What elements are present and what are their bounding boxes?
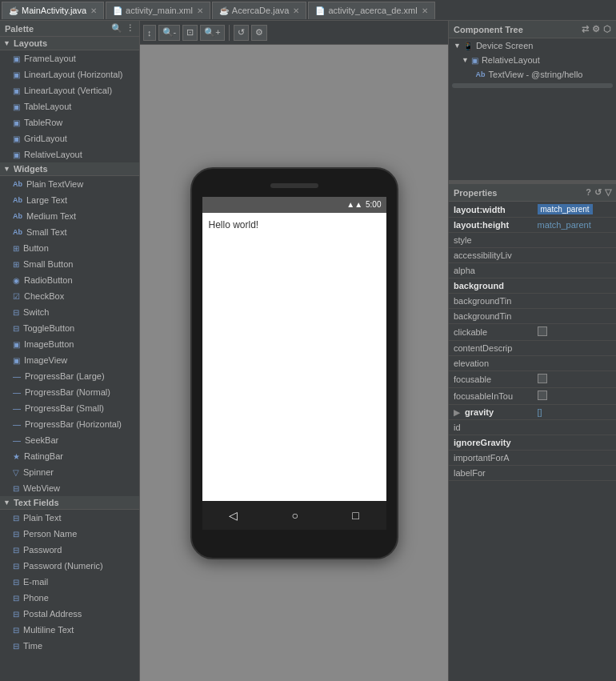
prop-value[interactable]: [] <box>533 405 617 420</box>
tab-main-activity[interactable]: ☕ MainActivity.java ✕ <box>2 2 104 19</box>
list-item[interactable]: ⊟ Password <box>0 542 139 558</box>
tree-item-device-screen[interactable]: ▼ 📱 Device Screen <box>449 38 616 53</box>
list-item[interactable]: ☑ CheckBox <box>0 288 139 304</box>
list-item[interactable]: ▽ Spinner <box>0 464 139 480</box>
checkbox-icon[interactable] <box>538 326 547 336</box>
list-item[interactable]: ▣ FrameLayout <box>0 50 139 66</box>
list-item[interactable]: ▣ TableLayout <box>0 98 139 114</box>
list-item[interactable]: ⊟ Time <box>0 638 139 654</box>
list-item[interactable]: — ProgressBar (Large) <box>0 368 139 384</box>
close-icon[interactable]: ✕ <box>90 6 97 15</box>
list-item[interactable]: Ab Medium Text <box>0 208 139 224</box>
filter-icon[interactable]: ▽ <box>605 187 611 198</box>
prop-value[interactable] <box>533 435 617 451</box>
table-row: ▶ gravity [] <box>449 405 616 420</box>
list-item[interactable]: ▣ ImageButton <box>0 336 139 352</box>
list-item[interactable]: ◉ RadioButton <box>0 272 139 288</box>
zoom-out-button[interactable]: 🔍- <box>158 25 181 41</box>
widgets-section-header[interactable]: ▼ Widgets <box>0 162 139 176</box>
prop-value[interactable] <box>533 278 617 294</box>
list-item[interactable]: ⊟ Postal Address <box>0 606 139 622</box>
list-item[interactable]: ▣ ImageView <box>0 352 139 368</box>
home-button[interactable]: ○ <box>292 509 298 522</box>
prop-value[interactable] <box>533 388 617 405</box>
prop-value-badge: match_parent <box>538 204 593 214</box>
tab-activity-main[interactable]: 📄 activity_main.xml ✕ <box>106 2 210 19</box>
recent-apps-button[interactable]: □ <box>352 509 358 522</box>
tree-item-relative-layout[interactable]: ▼ ▣ RelativeLayout <box>449 53 616 67</box>
refresh-button[interactable]: ↺ <box>234 25 249 41</box>
item-label: SeekBar <box>25 435 58 445</box>
settings-button[interactable]: ⚙ <box>251 25 267 41</box>
list-item[interactable]: ⊟ Phone <box>0 590 139 606</box>
list-item[interactable]: ⊞ Button <box>0 240 139 256</box>
list-item[interactable]: — SeekBar <box>0 432 139 448</box>
list-item[interactable]: ⊟ Password (Numeric) <box>0 558 139 574</box>
text-fields-section-header[interactable]: ▼ Text Fields <box>0 496 139 510</box>
list-item[interactable]: Ab Large Text <box>0 192 139 208</box>
table-row: importantForA <box>449 451 616 466</box>
prop-value[interactable]: match_parent <box>533 202 617 218</box>
list-item[interactable]: ★ RatingBar <box>0 448 139 464</box>
prop-value[interactable] <box>533 451 617 466</box>
tree-item-textview[interactable]: Ab TextView - @string/hello <box>449 67 616 82</box>
list-item[interactable]: ⊟ Plain Text <box>0 510 139 526</box>
list-item[interactable]: ⊟ Multiline Text <box>0 622 139 638</box>
close-icon[interactable]: ✕ <box>293 6 299 15</box>
prop-value[interactable] <box>533 233 617 248</box>
list-item[interactable]: Ab Small Text <box>0 224 139 240</box>
list-item[interactable]: ▣ RelativeLayout <box>0 146 139 162</box>
phone-screen[interactable]: ▲▲ 5:00 Hello world! <box>202 197 386 501</box>
close-icon[interactable]: ✕ <box>422 6 428 15</box>
expand-icon[interactable]: ⬡ <box>603 24 611 34</box>
list-item[interactable]: ⊟ WebView <box>0 480 139 496</box>
postal-address-icon: ⊟ <box>13 610 19 619</box>
prop-value[interactable] <box>533 420 617 435</box>
list-item[interactable]: — ProgressBar (Horizontal) <box>0 416 139 432</box>
list-item[interactable]: ⊟ ToggleButton <box>0 320 139 336</box>
list-item[interactable]: ▣ LinearLayout (Horizontal) <box>0 66 139 82</box>
list-item[interactable]: ⊞ Small Button <box>0 256 139 272</box>
settings-icon[interactable]: ⚙ <box>592 24 600 34</box>
list-item[interactable]: — ProgressBar (Small) <box>0 400 139 416</box>
list-item[interactable]: ⊟ E-mail <box>0 574 139 590</box>
prop-value[interactable] <box>533 466 617 481</box>
fit-button[interactable]: ⊡ <box>182 25 198 41</box>
expand-arrow[interactable]: ▶ <box>454 408 460 417</box>
layouts-section-header[interactable]: ▼ Layouts <box>0 37 139 50</box>
zoom-in-button[interactable]: 🔍+ <box>200 25 224 41</box>
scrollbar[interactable] <box>452 83 613 88</box>
list-item[interactable]: ▣ LinearLayout (Vertical) <box>0 82 139 98</box>
close-icon[interactable]: ✕ <box>197 6 203 15</box>
prop-value[interactable] <box>533 356 617 371</box>
checkbox-icon[interactable] <box>538 374 547 383</box>
list-item[interactable]: Ab Plain TextView <box>0 176 139 192</box>
list-item[interactable]: — ProgressBar (Normal) <box>0 384 139 400</box>
prop-value[interactable] <box>533 341 617 356</box>
list-item[interactable]: ⊟ Person Name <box>0 526 139 542</box>
prop-value[interactable] <box>533 371 617 388</box>
prop-value[interactable] <box>533 324 617 341</box>
list-item[interactable]: ⊟ Switch <box>0 304 139 320</box>
sync-icon[interactable]: ⇄ <box>582 24 589 34</box>
undo-icon[interactable]: ↺ <box>594 187 602 198</box>
item-label: Time <box>23 641 42 651</box>
prop-key: focusable <box>449 371 533 388</box>
search-icon[interactable]: 🔍 <box>111 23 122 34</box>
tab-activity-acerca-de[interactable]: 📄 activity_acerca_de.xml ✕ <box>308 2 434 19</box>
small-text-icon: Ab <box>13 228 22 236</box>
list-item[interactable]: ▣ TableRow <box>0 114 139 130</box>
rotate-button[interactable]: ↕ <box>143 25 156 41</box>
prop-key: clickable <box>449 324 533 341</box>
checkbox-icon[interactable] <box>538 391 547 400</box>
prop-value[interactable] <box>533 294 617 309</box>
prop-value[interactable] <box>533 309 617 324</box>
prop-value[interactable] <box>533 248 617 263</box>
prop-value[interactable]: match_parent <box>533 218 617 233</box>
help-icon[interactable]: ? <box>586 187 591 198</box>
list-item[interactable]: ▣ GridLayout <box>0 130 139 146</box>
tab-acerca-de[interactable]: ☕ AcercaDe.java ✕ <box>212 2 307 19</box>
back-button[interactable]: ◁ <box>229 509 238 522</box>
prop-value[interactable] <box>533 263 617 278</box>
palette-menu-icon[interactable]: ⋮ <box>126 23 134 34</box>
